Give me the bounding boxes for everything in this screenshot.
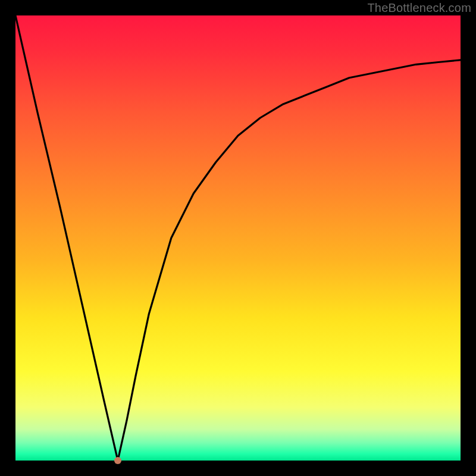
bottleneck-curve [15, 15, 461, 461]
chart-frame: TheBottleneck.com [0, 0, 476, 476]
minimum-marker-dot [114, 457, 121, 464]
curve-svg [15, 15, 461, 461]
plot-area [15, 15, 461, 461]
watermark-text: TheBottleneck.com [367, 1, 471, 15]
